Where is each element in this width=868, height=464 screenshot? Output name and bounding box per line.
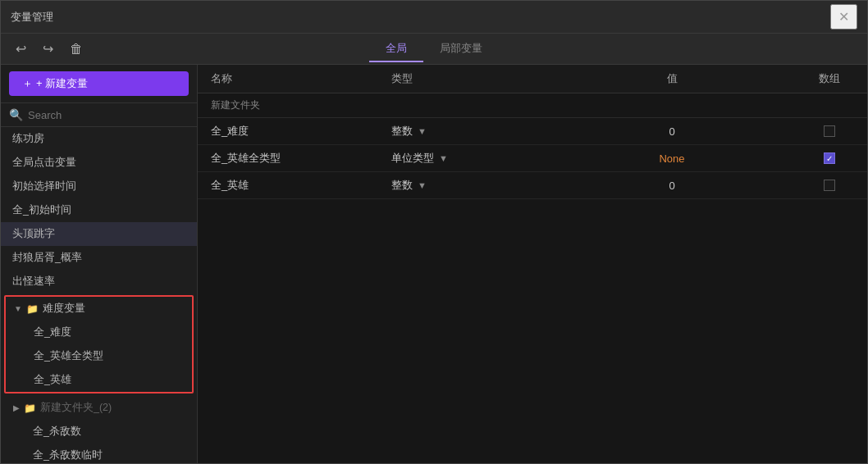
type-select[interactable]: 单位类型 ▼	[391, 151, 539, 166]
type-select[interactable]: 整数 ▼	[391, 124, 539, 139]
sub-item[interactable]: 全_难度	[6, 321, 192, 344]
folder-item-new2[interactable]: ▶ 📁 新建文件夹_(2)	[5, 396, 193, 420]
plus-icon: ＋	[22, 76, 33, 91]
toolbar: ↩ ↪ 🗑 全局 局部变量	[1, 34, 867, 65]
header-name: 名称	[211, 71, 391, 86]
sidebar-list: 练功房 全局点击变量 初始选择时间 全_初始时间 头顶跳字 封狼居胥_概率 出怪…	[1, 127, 197, 463]
folder-icon: 📁	[26, 303, 39, 315]
tab-local[interactable]: 局部变量	[423, 36, 499, 62]
group-checkbox[interactable]	[824, 125, 835, 137]
search-icon: 🔍	[9, 108, 23, 121]
list-item[interactable]: 头顶跳字	[1, 222, 197, 246]
list-item[interactable]: 全局点击变量	[1, 151, 197, 175]
checkmark-icon: ✓	[826, 154, 833, 163]
list-item[interactable]: 练功房	[1, 127, 197, 151]
type-label: 整数	[391, 178, 413, 193]
redo-button[interactable]: ↪	[38, 38, 58, 60]
expand-arrow-icon: ▼	[14, 304, 22, 313]
window-title: 变量管理	[11, 10, 830, 25]
main-area: ＋ + 新建变量 🔍 练功房 全局点击变量 初始选择时间 全_初始时间 头顶跳字…	[1, 65, 867, 463]
type-select[interactable]: 整数 ▼	[391, 178, 539, 193]
content-area: 名称 类型 值 数组 新建文件夹 全_难度 整数 ▼ 0 全_英雄全	[198, 65, 867, 463]
undo-button[interactable]: ↩	[11, 38, 31, 60]
new-variable-button[interactable]: ＋ + 新建变量	[9, 71, 189, 96]
list-item[interactable]: 封狼居胥_概率	[1, 246, 197, 270]
folder-item-difficulty[interactable]: ▼ 📁 难度变量	[6, 297, 192, 321]
search-input[interactable]	[28, 109, 189, 121]
chevron-down-icon: ▼	[418, 180, 427, 190]
variable-row: 全_英雄全类型 单位类型 ▼ None ✓	[198, 145, 867, 172]
type-label: 单位类型	[391, 151, 434, 166]
list-item[interactable]: 初始选择时间	[1, 175, 197, 198]
main-window: 变量管理 ✕ ↩ ↪ 🗑 全局 局部变量 ＋ + 新建变量 🔍	[0, 0, 868, 464]
sidebar: ＋ + 新建变量 🔍 练功房 全局点击变量 初始选择时间 全_初始时间 头顶跳字…	[1, 65, 198, 463]
var-name: 全_难度	[211, 124, 391, 139]
tab-group: 全局 局部变量	[1, 36, 867, 62]
content-header: 名称 类型 值 数组	[198, 65, 867, 93]
var-name: 全_英雄	[211, 178, 391, 193]
var-value: 0	[539, 180, 805, 192]
header-value: 值	[539, 71, 805, 86]
header-group: 数组	[805, 71, 854, 86]
folder-label: 新建文件夹_(2)	[40, 401, 112, 415]
list-item[interactable]: 出怪速率	[1, 270, 197, 293]
chevron-down-icon: ▼	[418, 126, 427, 136]
folder-name-label: 新建文件夹	[198, 93, 867, 118]
var-value: 0	[539, 125, 805, 138]
chevron-down-icon: ▼	[439, 153, 448, 163]
variable-row: 全_英雄 整数 ▼ 0	[198, 172, 867, 199]
list-item[interactable]: 全_初始时间	[1, 198, 197, 222]
delete-button[interactable]: 🗑	[65, 39, 88, 60]
highlighted-folder-section: ▼ 📁 难度变量 全_难度 全_英雄全类型 全_英雄	[4, 295, 194, 393]
title-bar: 变量管理 ✕	[1, 1, 867, 34]
sub-item[interactable]: 全_杀敌数临时	[5, 444, 193, 463]
type-label: 整数	[391, 124, 413, 139]
search-box: 🔍	[1, 103, 197, 127]
tab-global[interactable]: 全局	[369, 36, 423, 62]
var-value: None	[539, 152, 805, 165]
variable-row: 全_难度 整数 ▼ 0	[198, 118, 867, 145]
group-checkbox[interactable]: ✓	[824, 152, 835, 164]
group-checkbox[interactable]	[824, 180, 835, 191]
sub-item[interactable]: 全_英雄全类型	[6, 344, 192, 368]
folder-icon: 📁	[24, 403, 36, 414]
var-name: 全_英雄全类型	[211, 151, 391, 166]
new-var-label: + 新建变量	[36, 76, 88, 91]
collapse-arrow-icon: ▶	[13, 403, 20, 412]
folder-label: 难度变量	[43, 302, 85, 316]
sub-item[interactable]: 全_英雄	[6, 368, 192, 392]
close-button[interactable]: ✕	[830, 4, 857, 30]
sub-item[interactable]: 全_杀敌数	[5, 420, 193, 444]
header-type: 类型	[391, 71, 539, 86]
